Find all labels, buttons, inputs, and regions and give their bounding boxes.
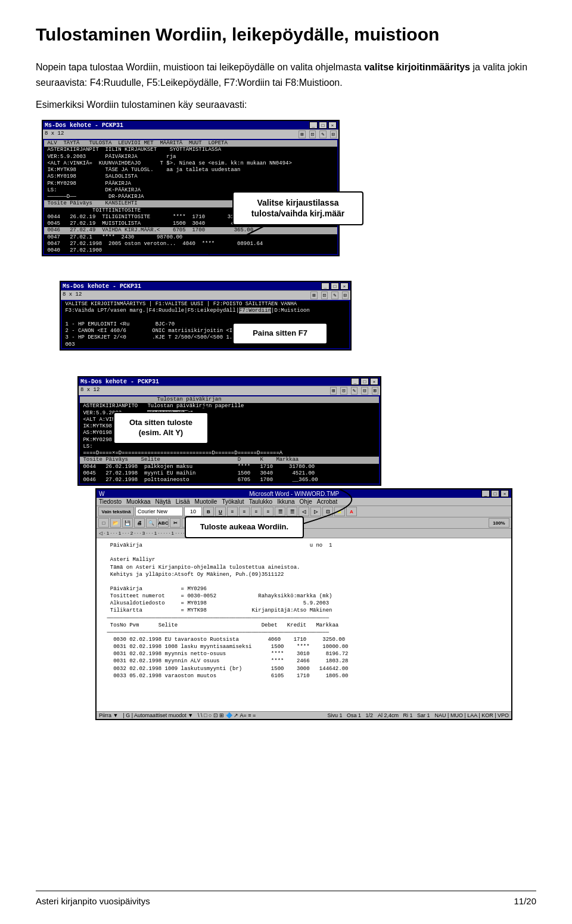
- underline-btn[interactable]: U: [215, 507, 226, 516]
- font-size-selector[interactable]: 10: [184, 507, 202, 516]
- screenshots-area: Ms-Dos kehote - PCKP31 _ □ × 8 x 12 ⊞ ⊡ …: [42, 120, 530, 704]
- normal-style-btn[interactable]: Vain tekstinä: [98, 507, 134, 516]
- statusbar-draw: Piirra ▼: [99, 712, 118, 718]
- statusbar-pos: Al 2,4cm Ri 1 Sar 1: [378, 712, 430, 718]
- dos3-titlebar: Ms-Dos kehote - PCKP31 _ □ ×: [79, 377, 380, 386]
- callout-2: Paina sitten F7: [232, 323, 328, 345]
- dos3-icon5: ⊠: [372, 387, 378, 395]
- page-title: Tulostaminen Wordiin, leikepöydälle, mui…: [36, 24, 536, 45]
- dos2-icon4: ⊟: [342, 292, 349, 299]
- word-window: W Microsoft Word - WINWORD.TMP _ □ × Tie…: [95, 488, 512, 720]
- callout-1: Valitse kirjaustilassa tulosta/vaihda ki…: [232, 191, 363, 225]
- dos3-close[interactable]: ×: [370, 378, 378, 385]
- dos2-maximize[interactable]: □: [331, 283, 339, 290]
- callout-3: Ota sitten tuloste (esim. Alt Y): [113, 412, 209, 444]
- open-btn[interactable]: 📂: [110, 518, 121, 528]
- doc-line: Päiväkirja u no 1: [104, 542, 504, 549]
- dos1-title: Ms-Dos kehote - PCKP31: [45, 122, 123, 129]
- doc-line: Tositteet numerot = 0030-0052 Rahayksikk…: [104, 593, 504, 600]
- dos2-minimize[interactable]: _: [321, 283, 329, 290]
- dos2-icon2: ⊡: [321, 292, 328, 299]
- word-menubar: Tiedosto Muokkaa Näytä Lisää Muotoile Ty…: [97, 498, 511, 506]
- dos1-maximize[interactable]: □: [319, 122, 327, 129]
- doc-line: Alkusaldotiedosto = MY0198 5.9.2003: [104, 600, 504, 607]
- doc-line: 0030 02.02.1998 EU tavaraosto Ruotsista …: [104, 636, 504, 643]
- dos3-title: Ms-Dos kehote - PCKP31: [80, 379, 159, 385]
- preview-btn[interactable]: 🔍: [146, 518, 157, 528]
- dos3-maximize[interactable]: □: [360, 378, 369, 385]
- dos1-titlebar: Ms-Dos kehote - PCKP31 _ □ ×: [43, 121, 338, 130]
- word-toolbar1: Vain tekstinä Courier New 10 B U ≡ ≡ ≡ ≡…: [97, 506, 511, 517]
- doc-line: ────────────────────────────────────────…: [104, 629, 504, 636]
- callout1-line1: Valitse kirjaustilassa: [241, 197, 355, 208]
- new-btn[interactable]: □: [98, 518, 109, 528]
- word-toolbar2: □ 📂 💾 🖨 🔍 ABC ✂ ⊡ 📋 ↩ ↪ 100%: [97, 517, 511, 529]
- section-label: Esimerkiksi Wordiin tulostaminen käy seu…: [36, 100, 536, 110]
- callout2-text: Paina sitten F7: [241, 328, 319, 339]
- spellcheck-btn[interactable]: ABC: [158, 518, 169, 528]
- dos3-minimize[interactable]: _: [351, 378, 359, 385]
- print-btn[interactable]: 🖨: [134, 518, 145, 528]
- statusbar-auto: | G | Automaattiset muodot ▼: [123, 712, 193, 718]
- doc-line: 0031 02.02.1998 myynnin ALV osuus **** 2…: [104, 658, 504, 665]
- zoom-selector[interactable]: 100%: [489, 518, 509, 528]
- page-container: Tulostaminen Wordiin, leikepöydälle, mui…: [0, 0, 572, 728]
- align-center-btn[interactable]: ≡: [239, 507, 250, 516]
- word-ruler: ◁ · 1 · · · 1 · · · 2 · · · 3 · · · 1 · …: [97, 529, 511, 538]
- dos3-icon3: ✎: [351, 387, 358, 395]
- dos2-icon1: ⊞: [310, 292, 317, 299]
- footer-right: 11/20: [514, 896, 536, 906]
- justify-btn[interactable]: ≡: [263, 507, 273, 516]
- doc-line: ────────────────────────────────────────…: [104, 615, 504, 622]
- doc-line: Päiväkirja = MY0296: [104, 585, 504, 593]
- dos3-icon1: ⊞: [330, 387, 337, 395]
- dos2-menubar: 8 x 12 ⊞ ⊡ ✎ ⊟: [61, 291, 350, 300]
- callout3-line2: (esim. Alt Y): [122, 428, 200, 438]
- callout-4: Tuloste aukeaa Wordiin.: [185, 516, 304, 538]
- increase-indent-btn[interactable]: ▷: [310, 507, 321, 516]
- border-btn[interactable]: ⊡: [322, 507, 333, 516]
- word-minimize[interactable]: _: [481, 490, 490, 497]
- statusbar-page: Sivu 1 Osa 1 1/2: [328, 712, 374, 718]
- doc-line: Tämä on Asteri Kirjanpito-ohjelmalla tul…: [104, 564, 504, 571]
- font-selector[interactable]: Courier New: [135, 507, 183, 516]
- doc-line: Asteri Malliyr: [104, 556, 504, 563]
- intro-paragraph: Nopein tapa tulostaa Wordiin, muistioon …: [36, 60, 536, 90]
- dos1-close[interactable]: ×: [328, 122, 337, 129]
- list-btn[interactable]: ☰: [275, 507, 285, 516]
- callout3-line1: Ota sitten tuloste: [122, 418, 200, 428]
- decrease-indent-btn[interactable]: ◁: [299, 507, 309, 516]
- dos1-icon1: ⊞: [299, 131, 305, 138]
- dos1-icon4: ⊟: [330, 131, 337, 138]
- footer-left: Asteri kirjanpito vuosipäivitys: [36, 896, 150, 906]
- dos1-minimize[interactable]: _: [309, 122, 318, 129]
- list2-btn[interactable]: ☰: [287, 507, 297, 516]
- word-maximize[interactable]: □: [491, 490, 499, 497]
- dos3-icon2: ⊡: [340, 387, 347, 395]
- bold-btn[interactable]: B: [203, 507, 214, 516]
- word-statusbar: Piirra ▼ | G | Automaattiset muodot ▼ \ …: [97, 711, 511, 719]
- doc-line: [104, 578, 504, 585]
- word-title-icon: W: [99, 491, 104, 497]
- page-footer: Asteri kirjanpito vuosipäivitys 11/20: [36, 891, 536, 906]
- word-document[interactable]: Päiväkirja u no 1 Asteri Malliyr Tämä on…: [97, 538, 511, 711]
- dos-window-1: Ms-Dos kehote - PCKP31 _ □ × 8 x 12 ⊞ ⊡ …: [42, 120, 340, 256]
- dos3-icon4: ⊟: [361, 387, 368, 395]
- doc-line: [104, 549, 504, 556]
- highlight-btn[interactable]: A: [334, 507, 345, 516]
- statusbar-tools: \ \ □ ○ ⊡ ⊞ 🔷 ↗ A= ≡ =: [198, 712, 256, 718]
- doc-line: Kehitys ja ylläpito:Atsoft Oy Mäkinen, P…: [104, 571, 504, 578]
- fontcolor-btn[interactable]: A: [346, 507, 357, 516]
- dos2-close[interactable]: ×: [340, 283, 349, 290]
- word-titlebar: W Microsoft Word - WINWORD.TMP _ □ ×: [97, 489, 511, 498]
- doc-line: Tilikartta = MYTK98 Kirjanpitäjä:Atso Mä…: [104, 607, 504, 614]
- doc-line: 0033 05.02.1998 varaoston muutos 6105 17…: [104, 672, 504, 680]
- dos1-icon3: ✎: [319, 131, 326, 138]
- align-right-btn[interactable]: ≡: [251, 507, 262, 516]
- align-left-btn[interactable]: ≡: [227, 507, 238, 516]
- save-btn[interactable]: 💾: [122, 518, 133, 528]
- doc-line: 0032 02.02.1998 1009 laskutusmyynti (br)…: [104, 665, 504, 672]
- cut-btn[interactable]: ✂: [170, 518, 181, 528]
- word-close[interactable]: ×: [500, 490, 509, 497]
- dos3-menubar: 8 x 12 ⊞ ⊡ ✎ ⊟ ⊠: [79, 386, 380, 395]
